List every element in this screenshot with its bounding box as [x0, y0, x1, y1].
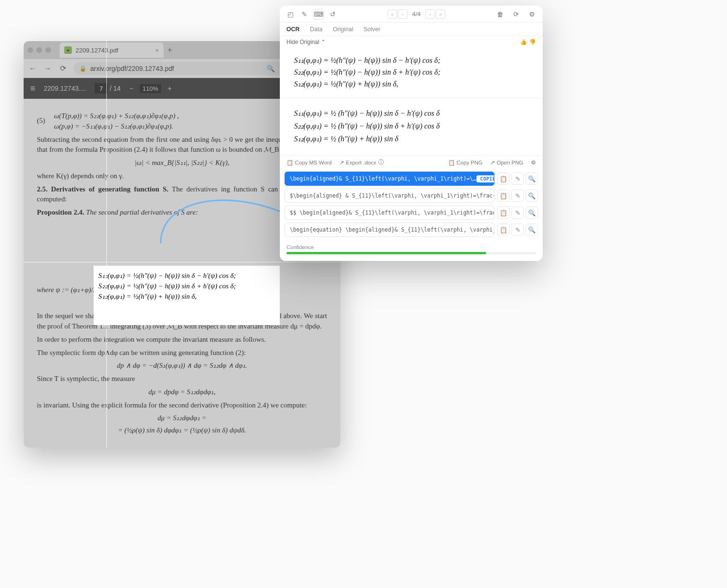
selected-eq-1: S₁₁(φ,φ₁) = ½(h″(ψ) − h(ψ)) sin δ − h′(ψ… [98, 271, 275, 280]
page-indicator: / 14 [95, 83, 121, 94]
hide-original-row: Hide Original ⌃ 👍 👎 [280, 36, 543, 48]
open-png-button[interactable]: ↗ Open PNG [490, 159, 523, 166]
measure-eq: dμ = dpdφ = S₁₂dφdφ₁, [37, 387, 327, 398]
selected-region: S₁₁(φ,φ₁) = ½(h″(ψ) − h(ψ)) sin δ − h′(ψ… [95, 267, 279, 324]
close-tab-icon[interactable]: × [155, 47, 159, 54]
result-row: \begin{aligned}& S_{11}\left(\varphi, \v… [285, 172, 538, 186]
settings-icon[interactable]: ⚙ [527, 9, 538, 19]
tab-data[interactable]: Data [310, 26, 322, 33]
export-row: 📋 Copy MS Word ↗ Export .docx ⓘ 📋 Copy P… [280, 156, 543, 169]
final-eq-2: = (½ρ(ψ) sin δ) dφdφ₁ = (½ρ(ψ) sin δ) dψ… [37, 425, 327, 436]
paragraph: In order to perform the integration we c… [37, 335, 327, 345]
ocr-panel: ◰ ✎ ⌨ ↺ « ‹ 4/4 › » 🗑 ⟳ ⚙ OCR Data Origi… [280, 6, 543, 261]
zoom-controls: − 110% + [129, 84, 172, 93]
forward-button[interactable]: → [43, 64, 52, 73]
page-input[interactable] [95, 83, 108, 94]
menu-icon[interactable]: ≡ [30, 84, 35, 94]
results-list: \begin{aligned}& S_{11}\left(\varphi, \v… [280, 169, 543, 242]
pager-next-button[interactable]: › [425, 9, 435, 19]
page-total: / 14 [110, 85, 121, 92]
selected-eq-2: S₂₂(φ,φ₁) = ½(h″(ψ) − h(ψ)) sin δ + h′(ψ… [98, 282, 275, 290]
tab-ocr[interactable]: OCR [286, 26, 300, 33]
address-bar[interactable]: 🔒 arxiv.org/pdf/2209.12743.pdf 🔍 ⇪ ☆ [74, 62, 305, 75]
export-icon: ↗ [339, 159, 344, 166]
open-icon: ↗ [490, 159, 495, 166]
paragraph: is invariant. Using the explicit formula… [37, 400, 327, 411]
tab-original[interactable]: Original [333, 26, 353, 33]
zoom-out-button[interactable]: − [129, 85, 133, 92]
result-row: $$ \begin{aligned}& S_{11}\left(\varphi,… [285, 206, 538, 220]
tab-solver[interactable]: Solver [364, 26, 380, 33]
copied-badge: COPIED [476, 175, 494, 182]
original-eq-1: S₁₁(φ,φ₁) = ½(h″(ψ) − h(ψ)) sin δ − h′(ψ… [294, 56, 528, 65]
copy-button[interactable]: 📋 [497, 190, 510, 202]
result-text[interactable]: \begin{aligned}& S_{11}\left(\varphi, \v… [285, 172, 494, 186]
help-icon[interactable]: ⓘ [378, 159, 384, 166]
search-button[interactable]: 🔍 [526, 173, 538, 185]
window-controls[interactable] [27, 47, 51, 53]
result-text[interactable]: $\begin{aligned} & S_{11}\left(\varphi, … [285, 189, 494, 203]
edit-button[interactable]: ✎ [511, 190, 524, 202]
url-text: arxiv.org/pdf/2209.12743.pdf [90, 65, 174, 72]
copy-icon: 📋 [448, 159, 455, 166]
search-button[interactable]: 🔍 [526, 190, 538, 202]
confidence-bar [286, 252, 536, 254]
minimize-window-icon[interactable] [36, 47, 42, 53]
thumbs-down-icon[interactable]: 👎 [529, 39, 536, 45]
maximize-window-icon[interactable] [45, 47, 51, 53]
confidence-fill [286, 252, 486, 254]
refresh-icon[interactable]: ⟳ [511, 9, 522, 19]
original-image-area: S₁₁(φ,φ₁) = ½(h″(ψ) − h(ψ)) sin δ − h′(ψ… [280, 48, 543, 98]
edit-button[interactable]: ✎ [511, 173, 524, 185]
result-text[interactable]: $$ \begin{aligned}& S_{11}\left(\varphi,… [285, 206, 494, 220]
edit-button[interactable]: ✎ [511, 207, 524, 219]
favicon-icon: ● [64, 46, 72, 54]
export-settings-icon[interactable]: ⚙ [531, 159, 536, 166]
reload-button[interactable]: ⟳ [59, 64, 67, 73]
browser-tab[interactable]: ● 2209.12743.pdf × [60, 43, 164, 58]
copy-png-button[interactable]: 📋 Copy PNG [448, 159, 483, 166]
search-button[interactable]: 🔍 [526, 207, 538, 219]
proposition-title: Proposition 2.4. [37, 208, 84, 216]
copy-msword-button[interactable]: 📋 Copy MS Word [286, 159, 332, 166]
pager-prev-button[interactable]: ‹ [398, 9, 407, 19]
delete-icon[interactable]: 🗑 [494, 9, 506, 19]
pager-first-button[interactable]: « [388, 9, 397, 19]
zoom-value: 110% [140, 84, 161, 93]
rendered-eq-3: S₁₂(φ,φ₁) = ½ (h″(ψ) + h(ψ)) sin δ [294, 134, 528, 143]
pager-last-button[interactable]: » [436, 9, 445, 19]
history-icon[interactable]: ↺ [327, 9, 338, 19]
new-tab-button[interactable]: + [167, 45, 173, 55]
search-icon[interactable]: 🔍 [267, 65, 275, 72]
close-window-icon[interactable] [27, 47, 33, 53]
paragraph: Since T is symplectic, the measure [37, 374, 327, 384]
edit-icon[interactable]: ✎ [299, 9, 310, 19]
search-button[interactable]: 🔍 [526, 224, 538, 236]
copy-button[interactable]: 📋 [497, 224, 510, 236]
panel-toolbar: ◰ ✎ ⌨ ↺ « ‹ 4/4 › » 🗑 ⟳ ⚙ [280, 6, 543, 23]
result-row: \begin{equation} \begin{aligned}& S_{11}… [285, 223, 538, 237]
result-text[interactable]: \begin{equation} \begin{aligned}& S_{11}… [285, 223, 494, 237]
selection-guide-vertical [106, 41, 107, 448]
export-docx-button[interactable]: ↗ Export .docx ⓘ [339, 159, 384, 166]
paragraph: The symplectic form dp∧dφ can be written… [37, 348, 327, 358]
thumbs-up-icon[interactable]: 👍 [520, 39, 527, 45]
panel-tabs: OCR Data Original Solver [280, 23, 543, 36]
back-button[interactable]: ← [28, 64, 37, 73]
symplectic-eq: dp ∧ dφ = −d(S₁(φ,φ₁)) ∧ dφ = S₁₂dφ ∧ dφ… [37, 361, 327, 371]
final-eq-1: dμ = S₁₂dφdφ₁ = [37, 413, 327, 424]
edit-button[interactable]: ✎ [511, 224, 524, 236]
chevron-up-icon: ⌃ [321, 39, 326, 45]
zoom-in-button[interactable]: + [168, 85, 172, 92]
tab-title: 2209.12743.pdf [76, 47, 118, 54]
lock-icon: 🔒 [79, 65, 87, 72]
capture-icon[interactable]: ◰ [285, 9, 296, 19]
hide-original-toggle[interactable]: Hide Original ⌃ [286, 39, 326, 45]
copy-icon: 📋 [286, 159, 293, 166]
keyboard-icon[interactable]: ⌨ [313, 9, 324, 19]
copy-button[interactable]: 📋 [497, 173, 510, 185]
copy-button[interactable]: 📋 [497, 207, 510, 219]
rendered-eq-1: S₁₁(φ,φ₁) = ½ (h″(ψ) − h(ψ)) sin δ − h′(… [294, 109, 528, 118]
original-eq-3: S₁₂(φ,φ₁) = ½(h″(ψ) + h(ψ)) sin δ, [294, 79, 528, 88]
eq5a: ω(T(p,φ)) = S₂₂(φ,φ₁) + S₁₂(φ,φ₁)∂φ₁(φ,p… [54, 112, 179, 120]
